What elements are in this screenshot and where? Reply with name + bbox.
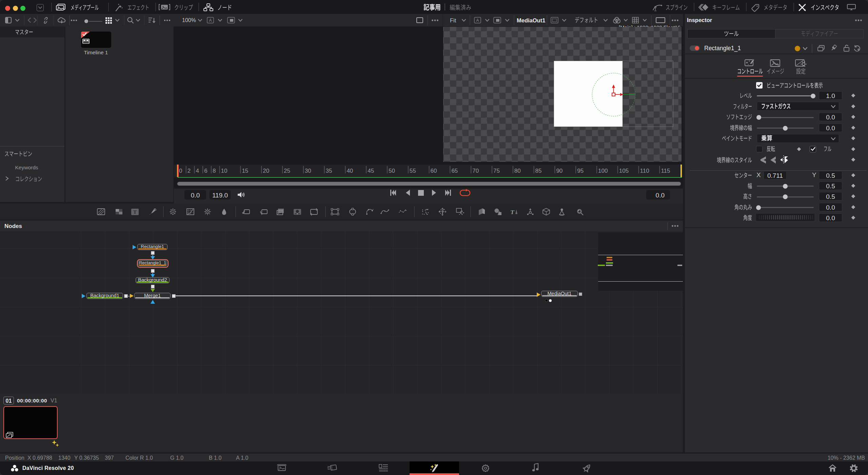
svg-text:95: 95 [577,168,584,174]
svg-text:80: 80 [514,168,521,174]
svg-text:105: 105 [619,168,629,174]
svg-text:20: 20 [263,168,269,174]
svg-text:85: 85 [535,168,542,174]
svg-text:15: 15 [242,168,248,174]
svg-text:35: 35 [326,168,332,174]
svg-text:0: 0 [179,168,182,174]
svg-text:90: 90 [556,168,563,174]
svg-text:A: A [476,18,479,23]
svg-text:T: T [510,209,515,215]
svg-text:A: A [209,18,212,23]
svg-text:6: 6 [204,168,207,174]
svg-text:2: 2 [188,168,191,174]
svg-text:T: T [133,209,137,215]
svg-text:50: 50 [389,168,395,174]
svg-text:40: 40 [347,168,353,174]
svg-text:60: 60 [431,168,437,174]
svg-text:8: 8 [213,168,216,174]
svg-text:70: 70 [472,168,479,174]
svg-text:75: 75 [493,168,500,174]
svg-text:30: 30 [305,168,311,174]
svg-text:65: 65 [451,168,458,174]
svg-text:115: 115 [661,168,670,174]
svg-text:4: 4 [196,168,199,174]
svg-text:10: 10 [221,168,228,174]
svg-text:45: 45 [368,168,374,174]
svg-text:100: 100 [598,168,608,174]
svg-text:25: 25 [284,168,290,174]
svg-text:55: 55 [410,168,416,174]
svg-text:110: 110 [640,168,649,174]
